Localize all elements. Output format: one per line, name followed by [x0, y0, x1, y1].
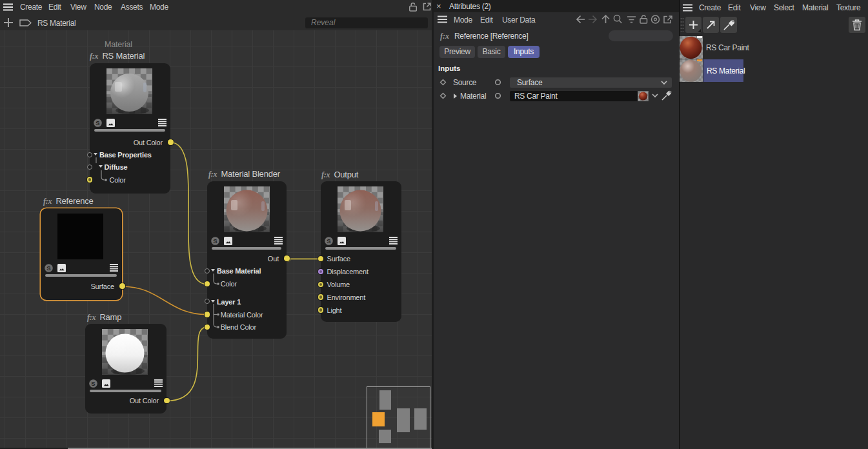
svg-text:S: S: [213, 237, 217, 244]
svg-text:S: S: [46, 264, 50, 272]
svg-text:S: S: [96, 119, 99, 126]
svg-text:S: S: [91, 380, 95, 387]
svg-text:S: S: [327, 237, 330, 244]
